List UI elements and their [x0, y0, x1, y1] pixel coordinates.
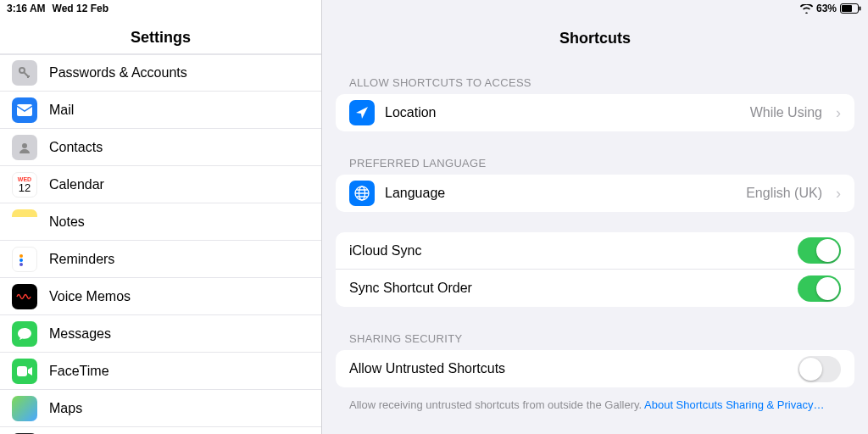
toggle-sync-order[interactable] — [798, 275, 841, 302]
svg-rect-1 — [842, 5, 852, 12]
sidebar-item-contacts[interactable]: Contacts — [0, 129, 321, 166]
sidebar-item-voice-memos[interactable]: Voice Memos — [0, 278, 321, 315]
sidebar-item-label: Voice Memos — [49, 289, 131, 304]
sidebar-item-measure[interactable]: Measure — [0, 427, 321, 434]
voice-memos-icon — [12, 284, 37, 309]
row-sync-order: Sync Shortcut Order — [336, 270, 854, 307]
section-footer-security: Allow receiving untrusted shortcuts from… — [336, 392, 854, 418]
svg-point-8 — [19, 263, 23, 266]
status-time: 3:16 AM — [7, 3, 46, 14]
sidebar-item-label: Maps — [49, 401, 82, 416]
sidebar-item-label: Messages — [49, 326, 111, 342]
row-label: Sync Shortcut Order — [349, 281, 787, 296]
toggle-allow-untrusted[interactable] — [798, 356, 841, 382]
chevron-right-icon: › — [836, 104, 841, 122]
section-header-access: Allow Shortcuts to Access — [336, 71, 854, 94]
sidebar-item-passwords-accounts[interactable]: Passwords & Accounts — [0, 54, 321, 92]
sidebar-list[interactable]: Passwords & Accounts Mail Contacts WED12… — [0, 54, 321, 434]
calendar-icon: WED12 — [12, 172, 37, 198]
sidebar-item-messages[interactable]: Messages — [0, 315, 321, 353]
detail-pane: Shortcuts Allow Shortcuts to Access Loca… — [322, 0, 868, 434]
sidebar-item-facetime[interactable]: FaceTime — [0, 353, 321, 390]
key-icon — [12, 60, 37, 86]
wifi-icon — [800, 4, 813, 14]
sidebar-item-label: Notes — [49, 214, 85, 230]
row-location[interactable]: Location While Using › — [336, 94, 854, 131]
svg-rect-2 — [860, 7, 861, 11]
sidebar-item-label: Mail — [49, 103, 74, 118]
messages-icon — [12, 321, 37, 347]
settings-sidebar: Settings Passwords & Accounts Mail Conta… — [0, 0, 322, 434]
sidebar-item-mail[interactable]: Mail — [0, 92, 321, 129]
status-date: Wed 12 Feb — [53, 3, 108, 14]
svg-point-7 — [19, 259, 23, 262]
row-label: Language — [385, 186, 736, 201]
sidebar-item-label: Reminders — [49, 252, 114, 267]
sidebar-item-reminders[interactable]: Reminders — [0, 241, 321, 278]
section-header-language: Preferred Language — [336, 152, 854, 175]
sidebar-item-label: Contacts — [49, 140, 103, 155]
about-shortcuts-link[interactable]: About Shortcuts Sharing & Privacy… — [644, 398, 824, 411]
svg-rect-9 — [17, 366, 27, 376]
sidebar-item-maps[interactable]: Maps — [0, 390, 321, 427]
sidebar-item-label: FaceTime — [49, 364, 109, 379]
location-icon — [349, 100, 375, 125]
svg-point-6 — [19, 254, 23, 258]
row-value: While Using — [750, 105, 822, 120]
chevron-right-icon: › — [836, 185, 841, 203]
svg-point-5 — [22, 143, 27, 148]
contacts-icon — [12, 135, 37, 160]
row-icloud-sync: iCloud Sync — [336, 232, 854, 270]
row-label: Allow Untrusted Shortcuts — [349, 361, 787, 376]
battery-icon — [840, 3, 861, 14]
globe-icon — [349, 181, 375, 206]
sidebar-item-label: Calendar — [49, 177, 104, 192]
maps-icon — [12, 396, 37, 421]
footer-text: Allow receiving untrusted shortcuts from… — [349, 398, 644, 411]
row-value: English (UK) — [746, 186, 822, 201]
row-label: Location — [385, 105, 740, 120]
facetime-icon — [12, 359, 37, 384]
toggle-icloud-sync[interactable] — [798, 237, 841, 264]
reminders-icon — [12, 247, 37, 272]
svg-rect-4 — [17, 104, 32, 116]
sidebar-item-notes[interactable]: Notes — [0, 203, 321, 241]
section-header-security: Sharing Security — [336, 327, 854, 350]
row-language[interactable]: Language English (UK) › — [336, 175, 854, 212]
battery-percent: 63% — [816, 3, 837, 14]
status-bar: 3:16 AM Wed 12 Feb 63% — [0, 0, 868, 17]
row-label: iCloud Sync — [349, 243, 787, 259]
row-allow-untrusted: Allow Untrusted Shortcuts — [336, 350, 854, 387]
notes-icon — [12, 209, 37, 235]
mail-icon — [12, 97, 37, 123]
sidebar-item-calendar[interactable]: WED12 Calendar — [0, 166, 321, 203]
sidebar-item-label: Passwords & Accounts — [49, 65, 187, 81]
